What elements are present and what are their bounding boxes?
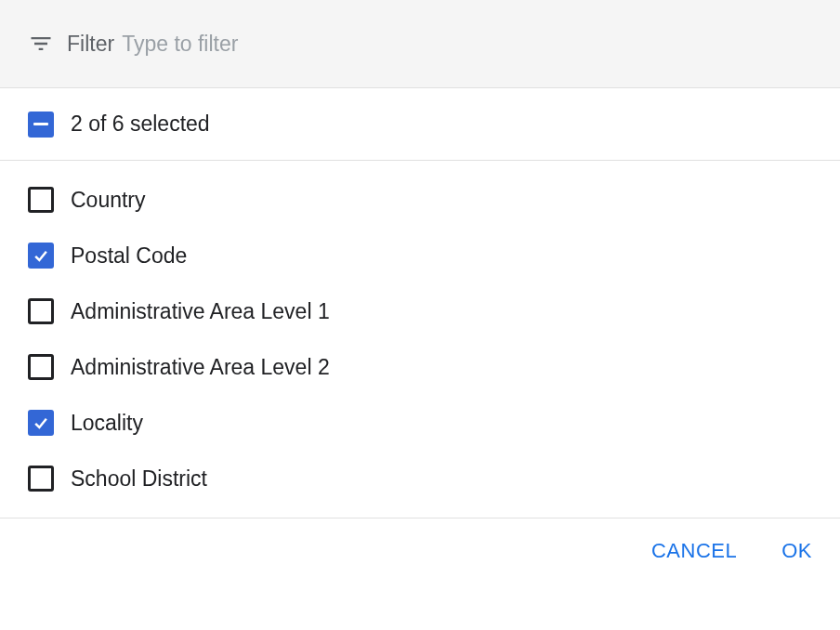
option-admin-area-2[interactable]: Administrative Area Level 2: [0, 339, 840, 395]
checkbox[interactable]: [28, 298, 54, 324]
selection-summary-text: 2 of 6 selected: [71, 112, 210, 137]
dialog-actions: CANCEL OK: [0, 518, 840, 584]
option-locality[interactable]: Locality: [0, 395, 840, 451]
checkbox-unchecked-icon: [28, 298, 54, 324]
checkbox[interactable]: [28, 466, 54, 492]
checkbox[interactable]: [28, 243, 54, 269]
option-label: Postal Code: [71, 243, 187, 269]
option-label: Locality: [71, 411, 143, 436]
options-list: Country Postal Code Administrative Area …: [0, 161, 840, 518]
select-all-row[interactable]: 2 of 6 selected: [0, 88, 840, 161]
checkbox-checked-icon: [28, 243, 54, 269]
checkbox[interactable]: [28, 187, 54, 213]
checkbox-unchecked-icon: [28, 354, 54, 380]
option-country[interactable]: Country: [0, 172, 840, 228]
option-school-district[interactable]: School District: [0, 451, 840, 506]
checkbox-unchecked-icon: [28, 187, 54, 213]
option-label: Country: [71, 188, 146, 213]
cancel-button[interactable]: CANCEL: [651, 539, 737, 563]
filter-input[interactable]: [122, 32, 812, 57]
select-all-checkbox[interactable]: [28, 112, 54, 138]
option-label: Administrative Area Level 1: [71, 299, 330, 324]
filter-label: Filter: [67, 32, 114, 57]
filter-bar: Filter: [0, 0, 840, 88]
checkbox[interactable]: [28, 410, 54, 436]
checkbox-checked-icon: [28, 410, 54, 436]
checkbox[interactable]: [28, 354, 54, 380]
filter-list-icon: [28, 31, 54, 57]
checkbox-unchecked-icon: [28, 466, 54, 492]
checkbox-indeterminate-icon: [28, 112, 54, 138]
option-label: School District: [71, 466, 207, 492]
ok-button[interactable]: OK: [781, 539, 812, 563]
option-postal-code[interactable]: Postal Code: [0, 228, 840, 283]
option-admin-area-1[interactable]: Administrative Area Level 1: [0, 283, 840, 339]
option-label: Administrative Area Level 2: [71, 355, 330, 380]
